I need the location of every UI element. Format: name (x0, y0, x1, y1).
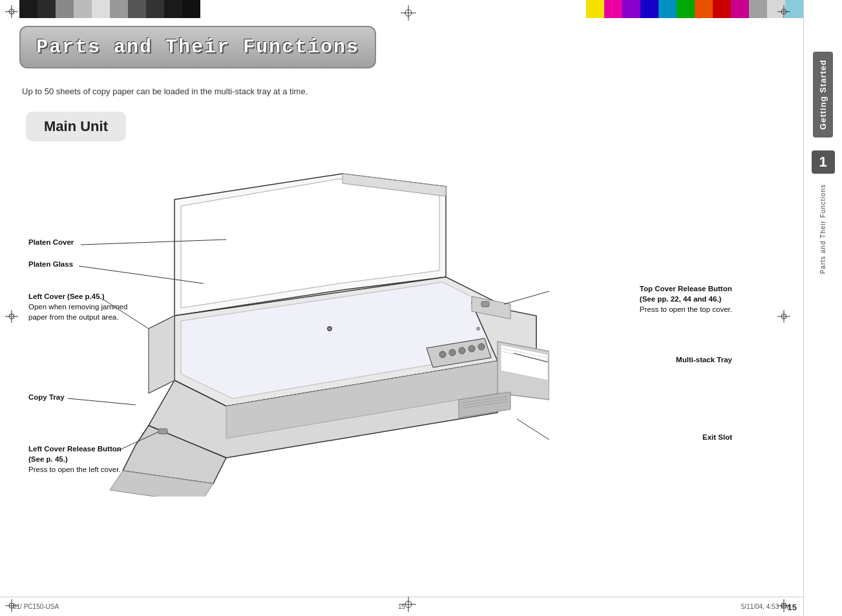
main-unit-text: Main Unit (44, 118, 108, 134)
svg-point-20 (478, 344, 485, 350)
reg-mark-bl (5, 599, 18, 612)
label-multi-stack-tray: Multi-stack Tray (676, 354, 732, 365)
label-top-cover-release: Top Cover Release Button (See pp. 22, 44… (640, 283, 732, 314)
footer-left: 01/ PC150-USA (13, 603, 59, 610)
right-sidebar: Getting Started 1 Parts and Their Functi… (803, 0, 842, 616)
svg-point-18 (459, 347, 465, 354)
svg-rect-21 (481, 302, 489, 307)
diagram-area: Platen Cover Platen Glass Left Cover (Se… (19, 154, 784, 516)
main-content: Parts and Their Functions Up to 50 sheet… (0, 0, 803, 597)
sidebar-section-number: 1 (812, 150, 835, 174)
svg-point-16 (439, 351, 446, 358)
page-title: Parts and Their Functions (36, 36, 359, 58)
svg-point-17 (449, 349, 456, 356)
label-copy-tray: Copy Tray (28, 392, 65, 402)
svg-point-15 (328, 327, 332, 331)
reg-mark-br (777, 599, 790, 612)
title-box: Parts and Their Functions (19, 26, 376, 68)
svg-rect-29 (158, 429, 167, 434)
sidebar-getting-started: Getting Started (813, 52, 833, 138)
reg-mark-bottom-center (401, 597, 416, 612)
svg-point-19 (468, 345, 475, 352)
main-unit-section-label: Main Unit (26, 112, 126, 141)
label-platen-glass: Platen Glass (28, 259, 73, 269)
svg-point-22 (476, 327, 480, 331)
subtitle-text: Up to 50 sheets of copy paper can be loa… (22, 87, 784, 96)
sidebar-section-label: Parts and Their Functions (819, 184, 826, 274)
label-exit-slot: Exit Slot (702, 432, 732, 442)
label-left-cover-release: Left Cover Release Button (See p. 45.) P… (28, 444, 121, 475)
label-left-cover: Left Cover (See p.45.) Open when removin… (28, 291, 127, 322)
label-platen-cover: Platen Cover (28, 237, 74, 247)
printer-diagram (97, 161, 549, 497)
